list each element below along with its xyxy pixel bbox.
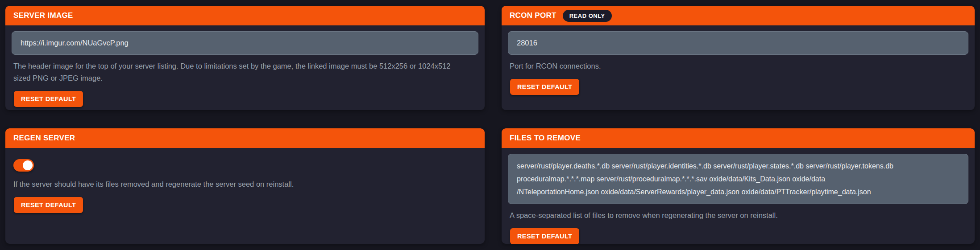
- regen-server-toggle[interactable]: [13, 159, 34, 172]
- rcon-port-input[interactable]: [508, 31, 968, 55]
- regen-server-panel: REGEN SERVER If the server should have i…: [5, 128, 485, 244]
- server-image-title: SERVER IMAGE: [13, 11, 73, 20]
- files-to-remove-panel: FILES TO REMOVE server/rust/player.death…: [502, 128, 975, 244]
- server-image-reset-default-button[interactable]: RESET DEFAULT: [14, 91, 83, 107]
- regen-server-description: If the server should have its files remo…: [13, 178, 464, 190]
- rcon-port-description: Port for RCON connections.: [510, 60, 960, 72]
- server-image-description: The header image for the top of your ser…: [13, 60, 464, 84]
- regen-server-header: REGEN SERVER: [5, 128, 485, 148]
- server-image-body: The header image for the top of your ser…: [5, 25, 485, 110]
- files-to-remove-header: FILES TO REMOVE: [502, 128, 975, 148]
- files-to-remove-textarea[interactable]: server/rust/player.deaths.*.db server/ru…: [508, 154, 968, 204]
- rcon-port-title: RCON PORT: [510, 11, 556, 20]
- files-to-remove-description: A space-separated list of files to remov…: [510, 209, 960, 221]
- settings-grid: SERVER IMAGE The header image for the to…: [0, 0, 980, 250]
- server-image-header: SERVER IMAGE: [5, 6, 485, 25]
- rcon-port-reset-default-button[interactable]: RESET DEFAULT: [510, 79, 579, 95]
- server-image-input[interactable]: [12, 31, 478, 55]
- read-only-badge: READ ONLY: [563, 10, 612, 22]
- regen-server-reset-default-button[interactable]: RESET DEFAULT: [14, 197, 83, 213]
- regen-server-body: If the server should have its files remo…: [5, 148, 485, 244]
- files-to-remove-title: FILES TO REMOVE: [510, 134, 581, 143]
- toggle-knob-icon: [23, 160, 33, 170]
- rcon-port-body: Port for RCON connections. RESET DEFAULT: [502, 25, 975, 110]
- rcon-port-panel: RCON PORT READ ONLY Port for RCON connec…: [502, 6, 975, 110]
- regen-server-title: REGEN SERVER: [13, 134, 75, 143]
- files-to-remove-reset-default-button[interactable]: RESET DEFAULT: [510, 228, 579, 244]
- server-image-panel: SERVER IMAGE The header image for the to…: [5, 6, 485, 110]
- files-to-remove-body: server/rust/player.deaths.*.db server/ru…: [502, 148, 975, 244]
- rcon-port-header: RCON PORT READ ONLY: [502, 6, 975, 25]
